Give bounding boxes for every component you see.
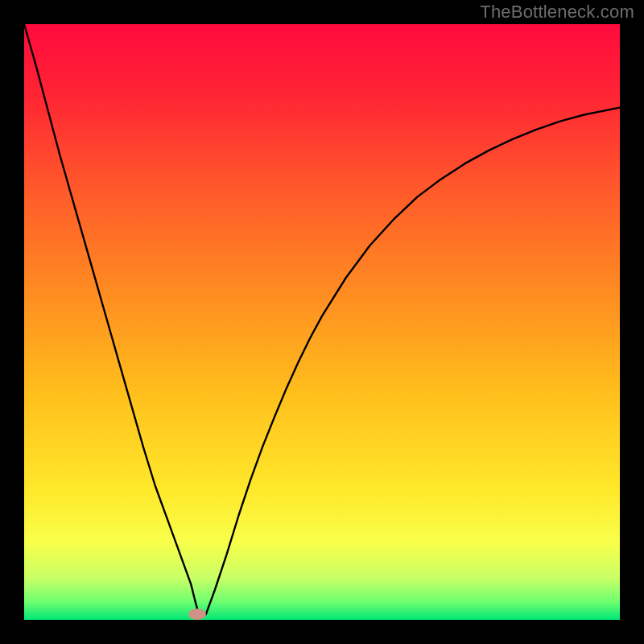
plot-svg <box>24 24 620 620</box>
gradient-background <box>24 24 620 620</box>
watermark-text: TheBottleneck.com <box>480 2 634 23</box>
plot-area <box>24 24 620 620</box>
marker-blob <box>188 609 206 620</box>
chart-frame: TheBottleneck.com <box>0 0 644 644</box>
